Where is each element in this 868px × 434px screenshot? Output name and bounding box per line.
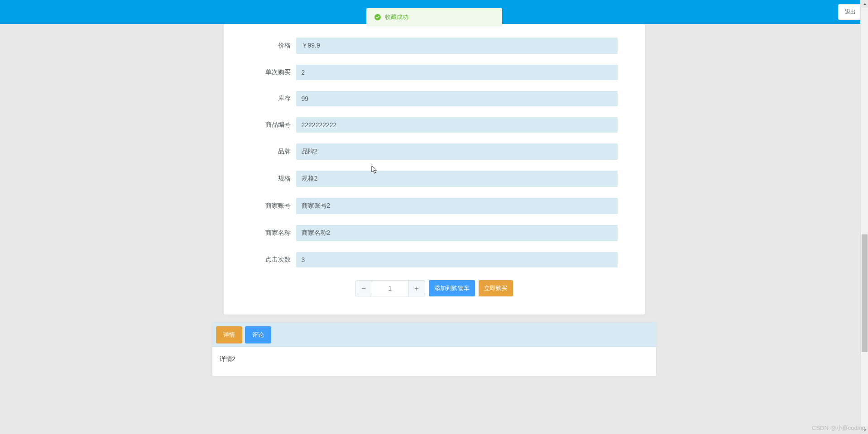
row-seller-name: 商家名称 商家名称2	[251, 225, 618, 241]
quantity-decrease-button[interactable]: −	[356, 281, 372, 296]
row-price: 价格 ￥99.9	[251, 38, 618, 54]
product-detail-card: 价格 ￥99.9 单次购买 2 库存 99 商品编号 2222222222 品牌…	[224, 24, 645, 315]
label-price: 价格	[251, 42, 296, 50]
label-spec: 规格	[251, 175, 296, 183]
label-product-id: 商品编号	[251, 121, 296, 129]
label-brand: 品牌	[251, 148, 296, 156]
value-product-id: 2222222222	[296, 117, 618, 133]
row-product-id: 商品编号 2222222222	[251, 117, 618, 133]
scroll-up-button[interactable]	[861, 0, 868, 8]
value-price: ￥99.9	[296, 38, 618, 54]
label-click-count: 点击次数	[251, 256, 296, 264]
minus-icon: −	[361, 285, 365, 293]
tab-comment[interactable]: 评论	[245, 326, 271, 343]
value-seller-account: 商家账号2	[296, 198, 618, 214]
purchase-action-row: − + 添加到购物车 立即购买	[251, 280, 618, 296]
row-single-buy: 单次购买 2	[251, 65, 618, 80]
tab-header: 详情 评论	[212, 323, 656, 347]
success-check-icon	[374, 14, 381, 21]
label-seller-account: 商家账号	[251, 202, 296, 210]
quantity-increase-button[interactable]: +	[408, 281, 425, 296]
add-to-cart-button[interactable]: 添加到购物车	[429, 280, 475, 296]
tab-detail-content: 详情2	[212, 347, 656, 376]
buy-now-button[interactable]: 立即购买	[479, 280, 513, 296]
chevron-up-icon	[863, 2, 867, 6]
chevron-down-icon	[863, 428, 867, 433]
logout-button[interactable]: 退出	[838, 4, 863, 20]
value-click-count: 3	[296, 252, 618, 267]
quantity-stepper: − +	[355, 280, 425, 296]
value-seller-name: 商家名称2	[296, 225, 618, 241]
label-seller-name: 商家名称	[251, 229, 296, 237]
value-spec: 规格2	[296, 171, 618, 187]
row-brand: 品牌 品牌2	[251, 143, 618, 160]
value-brand: 品牌2	[296, 143, 618, 160]
scrollbar-thumb[interactable]	[862, 234, 868, 352]
plus-icon: +	[414, 285, 418, 293]
quantity-input[interactable]	[372, 281, 408, 296]
value-stock: 99	[296, 91, 618, 106]
page-scroll-area: 价格 ￥99.9 单次购买 2 库存 99 商品编号 2222222222 品牌…	[0, 24, 868, 434]
row-seller-account: 商家账号 商家账号2	[251, 198, 618, 214]
row-stock: 库存 99	[251, 91, 618, 106]
row-spec: 规格 规格2	[251, 171, 618, 187]
vertical-scrollbar[interactable]	[860, 0, 868, 434]
value-single-buy: 2	[296, 65, 618, 80]
toast-message: 收藏成功!	[385, 13, 410, 21]
row-click-count: 点击次数 3	[251, 252, 618, 267]
scroll-down-button[interactable]	[861, 426, 868, 434]
toast-success: 收藏成功!	[366, 8, 502, 26]
tab-detail[interactable]: 详情	[216, 326, 242, 343]
label-stock: 库存	[251, 95, 296, 103]
detail-tabs-card: 详情 评论 详情2	[212, 323, 656, 376]
label-single-buy: 单次购买	[251, 68, 296, 76]
